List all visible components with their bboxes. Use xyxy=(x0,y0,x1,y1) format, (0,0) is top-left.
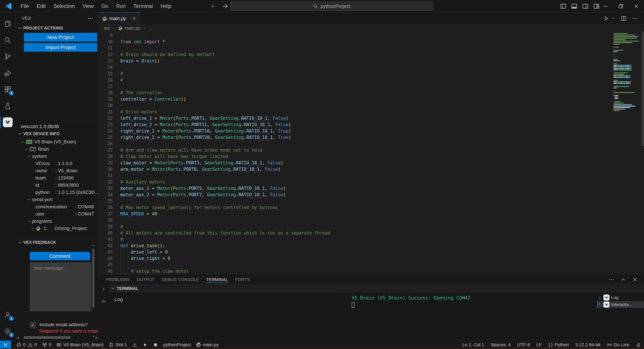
back-icon[interactable] xyxy=(210,2,217,10)
menu-item-view[interactable]: View xyxy=(79,2,98,10)
minimap[interactable] xyxy=(614,33,640,150)
tree-item-serial-port[interactable]: serial port xyxy=(16,196,98,203)
scroll-right-icon[interactable]: ▶ xyxy=(96,336,98,339)
activity-testing[interactable] xyxy=(0,98,16,114)
status-vex-download[interactable] xyxy=(132,342,137,348)
window-minimize-button[interactable] xyxy=(598,0,613,12)
tab-close-icon[interactable] xyxy=(132,16,137,21)
status-cursor-position[interactable]: Ln 1, Col 1 xyxy=(462,342,484,348)
forward-icon[interactable] xyxy=(221,2,229,10)
status-python-interpreter[interactable]: 3.12.2 64-bit xyxy=(575,342,600,348)
status-problems-warnings[interactable]: 0 xyxy=(28,342,37,348)
terminal-instance-log[interactable]: ┌Log xyxy=(597,294,644,301)
activity-settings[interactable]: 1 xyxy=(0,323,16,340)
toggle-sidebar-icon[interactable] xyxy=(560,2,567,10)
run-dropdown-icon[interactable] xyxy=(611,16,616,21)
code-token: () xyxy=(157,243,162,248)
activity-explorer[interactable] xyxy=(0,16,16,32)
code-token: RATIO_18_1 xyxy=(246,128,273,134)
menu-item-go[interactable]: Go xyxy=(98,2,112,10)
project-actions-header[interactable]: PROJECT ACTIONS xyxy=(16,24,98,32)
panel-tab-debug-console[interactable]: DEBUG CONSOLE xyxy=(162,275,199,284)
sidebar-more-icon[interactable] xyxy=(87,15,94,22)
status-vex-device[interactable]: V5 Brain (V5_Brain) xyxy=(56,342,104,348)
terminal-pane-log[interactable]: Log xyxy=(109,293,344,340)
tree-item-v5-brain-v5-brain-[interactable]: V5 Brain (V5_Brain) xyxy=(16,138,98,146)
toggle-secondary-sidebar-icon[interactable] xyxy=(582,2,589,10)
import-project-button[interactable]: Import Project xyxy=(24,43,97,52)
status-workspace[interactable]: pythonProject xyxy=(163,342,191,348)
window-close-button[interactable] xyxy=(628,0,644,12)
menu-item-edit[interactable]: Edit xyxy=(33,2,50,10)
menu-item-help[interactable]: Help xyxy=(157,2,175,10)
panel-tab-terminal[interactable]: TERMINAL xyxy=(206,275,228,284)
sidebar-horizontal-scrollbar[interactable]: ◀ ▶ xyxy=(16,336,98,340)
activity-extensions[interactable]: 1 xyxy=(0,81,16,98)
menu-item-run[interactable]: Run xyxy=(112,2,130,10)
device-info-header[interactable]: VEX DEVICE INFO xyxy=(16,130,98,138)
panel-tab-problems[interactable]: PROBLEMS xyxy=(106,275,130,284)
code-editor[interactable]: 9101112131415161718192021222324252627282… xyxy=(98,32,644,275)
status-vex-stop[interactable] xyxy=(153,342,158,348)
new-project-button[interactable]: New Project xyxy=(24,33,97,42)
search-icon xyxy=(4,36,12,44)
activity-accounts[interactable]: 1 xyxy=(0,306,16,323)
activity-run-and-debug[interactable] xyxy=(0,65,16,81)
terminal-pane-interactive[interactable]: V5 Brain (V5_Brain) Success: Opening COM… xyxy=(344,293,597,340)
status-vex-run[interactable] xyxy=(142,342,148,348)
close-icon[interactable] xyxy=(632,276,638,282)
breadcrumb-item-mainpy[interactable]: main.py xyxy=(124,26,140,31)
tree-item-program-1[interactable]: 1:Driving_Project xyxy=(16,225,98,232)
split-editor-icon[interactable] xyxy=(620,15,627,22)
status-remote[interactable] xyxy=(0,340,11,349)
status-language-mode[interactable]: {}Python xyxy=(548,342,569,348)
scroll-left-icon[interactable]: ◀ xyxy=(16,336,18,339)
scrollbar-thumb[interactable] xyxy=(642,32,644,146)
tree-item-programs[interactable]: programs xyxy=(16,218,98,225)
minimap-line xyxy=(614,64,640,66)
status-vex-slot[interactable]: Slot 1 xyxy=(108,342,127,348)
toggle-panel-icon[interactable] xyxy=(570,2,578,10)
feedback-message-input[interactable] xyxy=(30,262,92,311)
menu-item-terminal[interactable]: Terminal xyxy=(130,2,157,10)
panel-tab-output[interactable]: OUTPUT xyxy=(137,275,154,284)
activity-vex[interactable] xyxy=(0,114,16,130)
command-center-search[interactable]: pythonProject xyxy=(230,2,433,11)
split-terminal-icon[interactable] xyxy=(101,299,106,304)
comment-button[interactable]: Comment xyxy=(30,252,90,260)
menu-item-file[interactable]: File xyxy=(17,2,33,10)
status-go-live[interactable]: Go Live xyxy=(607,342,629,348)
window-restore-button[interactable] xyxy=(613,0,628,12)
tab-main-py[interactable]: main.py xyxy=(98,12,140,24)
terminal-instance-interactiv[interactable]: └Interactiv... xyxy=(597,301,644,308)
ellipsis-icon[interactable] xyxy=(608,276,614,282)
more-actions-icon[interactable] xyxy=(632,15,638,22)
tree-item-system[interactable]: system xyxy=(16,152,98,160)
scrollbar-thumb[interactable] xyxy=(92,249,94,308)
feedback-header[interactable]: VEX FEEDBACK xyxy=(16,238,98,246)
status-notifications[interactable] xyxy=(636,342,641,348)
menu-item-selection[interactable]: Selection xyxy=(50,2,79,10)
status-encoding[interactable]: UTF-8 xyxy=(517,342,530,348)
status-eol[interactable]: LF xyxy=(536,342,542,348)
scrollbar-thumb[interactable] xyxy=(24,336,70,339)
breadcrumb-item-src[interactable]: src xyxy=(104,26,110,31)
run-python-file-icon[interactable] xyxy=(603,15,609,22)
status-indentation[interactable]: Spaces: 4 xyxy=(490,342,511,348)
activity-search[interactable] xyxy=(0,32,16,48)
status-forwarded-ports[interactable]: 0 xyxy=(42,342,51,348)
panel-tab-ports[interactable]: PORTS xyxy=(235,275,250,284)
scroll-up-icon[interactable]: ▲ xyxy=(92,244,95,246)
include-email-checkbox[interactable]: ✓ xyxy=(30,322,36,328)
feedback-scrollbar[interactable]: ▲ ▼ xyxy=(92,244,95,338)
status-problems-errors[interactable]: 0 xyxy=(16,342,26,348)
chevron-right-icon[interactable] xyxy=(101,286,106,292)
editor-scrollbar[interactable] xyxy=(641,32,644,275)
maximize-panel-icon[interactable] xyxy=(620,276,626,282)
breadcrumb-item-more[interactable]: ... xyxy=(148,26,152,31)
tree-item-brain[interactable]: Brain xyxy=(16,146,98,152)
status-active-file[interactable]: main.py xyxy=(196,342,219,348)
terminal-section-header[interactable]: TERMINAL xyxy=(109,284,644,293)
activity-source-control[interactable] xyxy=(0,48,16,65)
code-token: PORT3 xyxy=(186,160,199,165)
